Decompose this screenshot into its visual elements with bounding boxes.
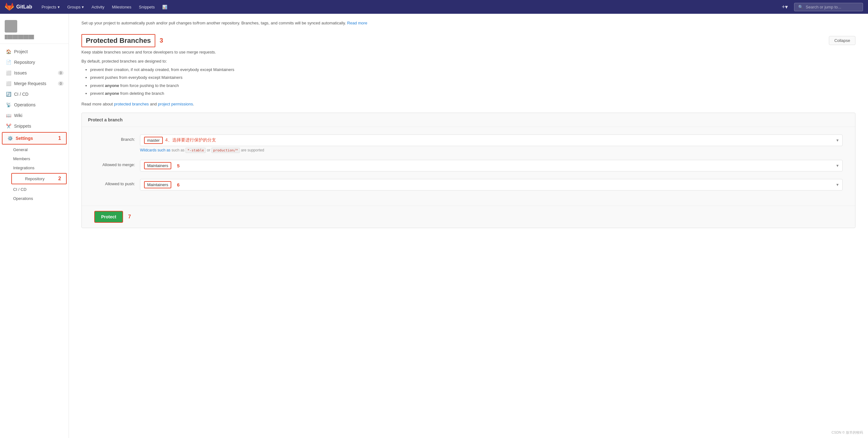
repository-icon: 📄 (6, 60, 11, 65)
sidebar-sub-ci-cd[interactable]: CI / CD (0, 185, 69, 194)
branch-hint: Wildcards such as such as *-stable or pr… (140, 148, 843, 153)
section-desc-2: By default, protected branches are desig… (82, 59, 856, 64)
operations-icon: 📡 (6, 102, 11, 107)
project-permissions-link[interactable]: project permissions (158, 102, 193, 106)
push-control-group: Maintainers 6 ▾ (140, 179, 843, 191)
nav-snippets[interactable]: Snippets (136, 3, 158, 11)
protect-card-body: Branch: master 4、选择要进行保护的分支 ▾ Wildcards … (82, 127, 855, 206)
merge-step-number: 5 (177, 163, 179, 168)
bullet-list: prevent their creation, if not already c… (82, 67, 856, 97)
nav-milestones[interactable]: Milestones (108, 3, 134, 11)
sidebar-sub-repository[interactable]: Repository 2 (11, 173, 67, 184)
branch-dropdown-icon: ▾ (836, 138, 839, 143)
push-dropdown-icon: ▾ (836, 182, 839, 187)
merge-label: Allowed to merge: (94, 160, 135, 167)
plus-button[interactable]: + ▾ (782, 3, 788, 10)
protected-branches-link[interactable]: protected branches (114, 102, 149, 106)
sidebar-item-merge-requests[interactable]: ⬜ Merge Requests 0 (0, 78, 69, 89)
bullet-3: prevent anyone from force pushing to the… (90, 82, 856, 89)
bullet-2: prevent pushes from everybody except Mai… (90, 74, 856, 81)
gitlab-logo-text: GitLab (16, 4, 32, 10)
nav-projects[interactable]: Projects ▾ (38, 3, 63, 11)
settings-icon: ⚙️ (7, 136, 12, 141)
merge-icon: ⬜ (6, 81, 11, 86)
merge-select[interactable]: Maintainers 5 ▾ (140, 160, 843, 171)
branch-annotation: 4、选择要进行保护的分支 (165, 137, 216, 143)
gitlab-logo[interactable]: GitLab (5, 2, 32, 11)
sidebar-sub-general[interactable]: General (0, 145, 69, 154)
nav-chart[interactable]: 📊 (159, 3, 170, 11)
sidebar-sub-operations[interactable]: Operations (0, 194, 69, 203)
merge-badge: 0 (58, 81, 64, 86)
section-desc: Keep stable branches secure and force de… (82, 50, 856, 55)
push-form-row: Allowed to push: Maintainers 6 ▾ (94, 179, 843, 191)
bullet-4: prevent anyone from deleting the branch (90, 91, 856, 97)
settings-step-number: 1 (58, 135, 61, 141)
merge-control-group: Maintainers 5 ▾ (140, 160, 843, 171)
protect-footer: Protect 7 (82, 206, 855, 228)
branch-control-group: master 4、选择要进行保护的分支 ▾ Wildcards such as … (140, 135, 843, 153)
push-value-chip: Maintainers (144, 181, 171, 188)
sidebar-item-ci-cd[interactable]: 🔄 CI / CD (0, 89, 69, 100)
protect-button[interactable]: Protect (94, 211, 123, 223)
sidebar-item-snippets[interactable]: ✂️ Snippets (0, 121, 69, 131)
username: ███████████ (5, 35, 64, 39)
production-wildcard: production/* (211, 148, 240, 153)
branch-select[interactable]: master 4、选择要进行保护的分支 ▾ (140, 135, 843, 146)
branch-form-row: Branch: master 4、选择要进行保护的分支 ▾ Wildcards … (94, 135, 843, 153)
collapse-button[interactable]: Collapse (829, 36, 856, 45)
search-bar[interactable]: 🔍 Search or jump to... (794, 3, 863, 11)
project-icon: 🏠 (6, 49, 11, 54)
push-label: Allowed to push: (94, 179, 135, 186)
protect-step-number: 7 (128, 214, 131, 220)
merge-value-chip: Maintainers (144, 162, 171, 169)
merge-dropdown-icon: ▾ (836, 163, 839, 168)
sidebar-sub-members[interactable]: Members (0, 154, 69, 163)
bullet-1: prevent their creation, if not already c… (90, 67, 856, 73)
protected-branches-title: Protected Branches (82, 34, 155, 47)
ci-icon: 🔄 (6, 92, 11, 97)
push-step-number: 6 (177, 182, 179, 188)
snippets-icon: ✂️ (6, 124, 11, 129)
nav-groups[interactable]: Groups ▾ (64, 3, 87, 11)
branch-value-chip: master (144, 137, 163, 144)
sidebar-item-wiki[interactable]: 📖 Wiki (0, 110, 69, 121)
top-navigation: GitLab Projects ▾ Groups ▾ Activity Mile… (0, 0, 868, 14)
section-number: 3 (160, 37, 163, 44)
sidebar-item-settings[interactable]: ⚙️ Settings 1 (2, 132, 67, 144)
read-more-text: Read more about protected branches and p… (82, 102, 856, 106)
nav-activity[interactable]: Activity (88, 3, 107, 11)
sidebar-item-project[interactable]: 🏠 Project (0, 46, 69, 57)
branch-label: Branch: (94, 135, 135, 142)
search-icon: 🔍 (798, 5, 803, 9)
protect-branch-card: Protect a branch Branch: master 4、选择要进行保… (82, 113, 856, 228)
stable-wildcard: *-stable (185, 148, 206, 153)
section-header: Protected Branches 3 Collapse (82, 34, 856, 47)
repository-step-number: 2 (58, 176, 61, 181)
issues-badge: 0 (58, 71, 64, 75)
read-more-link[interactable]: Read more (347, 21, 367, 25)
sidebar-item-operations[interactable]: 📡 Operations (0, 100, 69, 110)
push-select[interactable]: Maintainers 6 ▾ (140, 179, 843, 191)
sidebar-item-repository[interactable]: 📄 Repository (0, 57, 69, 68)
watermark: CSDN © 放羊的牧码 (832, 430, 863, 435)
wildcards-link[interactable]: Wildcards such as (140, 148, 170, 153)
issues-icon: ⬜ (6, 70, 11, 75)
top-nav-links: Projects ▾ Groups ▾ Activity Milestones … (38, 3, 170, 11)
sidebar: ███████████ 🏠 Project 📄 Repository ⬜ Iss… (0, 14, 69, 438)
sidebar-sub-integrations[interactable]: Integrations (0, 163, 69, 172)
avatar (5, 20, 17, 33)
mirror-notice: Set up your project to automatically pus… (82, 20, 856, 27)
user-block: ███████████ (0, 17, 69, 44)
protect-card-header: Protect a branch (82, 113, 855, 127)
wiki-icon: 📖 (6, 113, 11, 118)
sidebar-item-issues[interactable]: ⬜ Issues 0 (0, 68, 69, 78)
main-content: Set up your project to automatically pus… (69, 14, 868, 438)
merge-form-row: Allowed to merge: Maintainers 5 ▾ (94, 160, 843, 171)
section-title-group: Protected Branches 3 (82, 34, 163, 47)
